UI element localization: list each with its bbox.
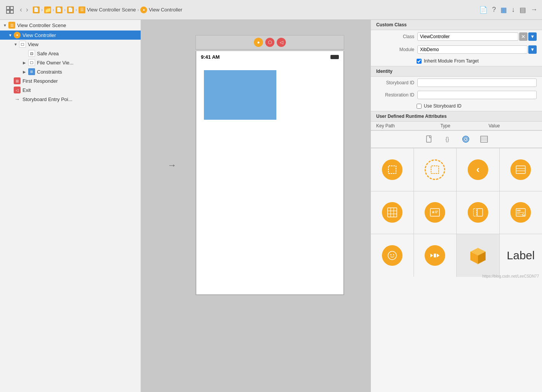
phone-content — [196, 63, 343, 127]
sidebar-item-first-responder[interactable]: ⊞ First Responder — [0, 76, 141, 85]
module-dropdown-btn[interactable]: ▼ — [528, 45, 537, 54]
obj-face-id-icon — [382, 245, 402, 266]
svg-rect-30 — [517, 213, 520, 214]
class-clear-btn[interactable]: ✕ — [519, 32, 528, 41]
identity-inspector-icon[interactable]: ▦ — [500, 6, 507, 14]
custom-class-header: Custom Class — [371, 20, 542, 30]
right-panel: Custom Class Class ✕ ▼ Module ▼ Inherit … — [370, 20, 542, 392]
obj-media-controls-icon — [425, 245, 445, 266]
breadcrumb-sep-4: › — [75, 7, 77, 13]
object-cell-table-list[interactable] — [500, 148, 542, 191]
svg-rect-28 — [517, 210, 521, 211]
object-cell-view-solid[interactable] — [371, 148, 414, 191]
first-responder-icon: ⊞ — [14, 77, 21, 84]
sidebar: ▼ ☰ View Controller Scene ▼ ● View Contr… — [0, 20, 141, 392]
canvas-content: → ● ⬡ ◁ 9:41 AM — [167, 35, 344, 295]
breadcrumb-item-folder[interactable]: 📁 — [44, 6, 51, 13]
connections-icon[interactable]: → — [531, 6, 537, 14]
obj-view-solid-icon — [382, 159, 402, 180]
forward-button[interactable]: › — [24, 5, 30, 14]
safe-area-icon: ⊡ — [28, 50, 35, 57]
vc-arrow: ▼ — [8, 33, 14, 37]
object-cell-grid[interactable] — [371, 191, 414, 234]
phone-screen: 9:41 AM — [196, 51, 344, 295]
runtime-attributes-header: User Defined Runtime Attributes — [371, 111, 542, 122]
scene-label: View Controller Scene — [17, 22, 66, 28]
breadcrumb-item-doc[interactable]: 📄 — [33, 6, 40, 13]
constraints-label: Constraints — [37, 69, 62, 75]
status-time: 9:41 AM — [201, 54, 220, 60]
sidebar-item-safe-area[interactable]: ⊡ Safe Area — [0, 49, 141, 58]
storyboard-id-input[interactable] — [417, 79, 537, 87]
svg-rect-2 — [6, 10, 10, 13]
svg-marker-22 — [431, 211, 435, 214]
use-storyboard-id-row: Use Storyboard ID — [371, 101, 542, 111]
breadcrumb-item-scene[interactable]: ☰ View Controller Scene — [79, 6, 136, 13]
sidebar-item-constraints[interactable]: ▶ ⊞ Constraints — [0, 67, 141, 76]
obj-label-text: Label — [507, 249, 535, 262]
object-library-tabs: {} — [371, 131, 542, 148]
class-dropdown-btn[interactable]: ▼ — [528, 32, 537, 41]
breadcrumb-sep-3: › — [64, 7, 66, 13]
col-type-header: Type — [440, 123, 488, 129]
svg-rect-11 — [388, 166, 396, 174]
svg-point-34 — [388, 251, 396, 260]
svg-rect-13 — [516, 166, 525, 174]
object-cell-star-card[interactable] — [414, 191, 457, 234]
module-input[interactable] — [417, 45, 528, 54]
sidebar-item-scene[interactable]: ▼ ☰ View Controller Scene — [0, 20, 141, 31]
sidebar-item-exit[interactable]: ◁ Exit — [0, 85, 141, 95]
watermark-text: https://blog.csdn.net/LeeCSDN77 — [483, 274, 539, 278]
object-cell-split-view[interactable] — [457, 191, 499, 234]
breadcrumb: 📄 › 📁 › 📄 › 📄 › ☰ View Controller Scene … — [33, 6, 182, 13]
attributes-icon[interactable]: ↓ — [512, 6, 515, 14]
breadcrumb-sep-2: › — [53, 7, 54, 13]
sidebar-item-view[interactable]: ▼ □ View — [0, 40, 141, 49]
exit-icon: ◁ — [14, 87, 21, 93]
canvas[interactable]: → ● ⬡ ◁ 9:41 AM — [141, 20, 370, 392]
class-input[interactable] — [417, 32, 518, 41]
object-cell-back-arrow[interactable]: ‹ — [457, 148, 499, 191]
tab-circle-icon[interactable] — [460, 134, 471, 145]
main-area: ▼ ☰ View Controller Scene ▼ ● View Contr… — [0, 20, 542, 392]
quick-help-icon[interactable]: ? — [492, 6, 496, 14]
blue-view-rect — [204, 70, 276, 120]
sidebar-item-file-owner-view[interactable]: ▶ □ File Owner Vie... — [0, 58, 141, 67]
object-cell-cube-3d[interactable] — [457, 234, 499, 277]
folder-icon: 📁 — [44, 6, 51, 13]
restoration-id-input[interactable] — [417, 91, 537, 99]
grid-layout-icon[interactable] — [5, 5, 15, 15]
obj-grid-icon — [382, 202, 402, 223]
size-inspector-icon[interactable]: ▤ — [520, 6, 526, 14]
use-storyboard-id-checkbox[interactable] — [417, 104, 422, 109]
svg-rect-31 — [517, 214, 522, 215]
object-cell-view-dashed[interactable] — [414, 148, 457, 191]
object-cell-detail-view[interactable] — [500, 191, 542, 234]
tab-json-icon[interactable]: {} — [442, 134, 453, 145]
breadcrumb-item-file[interactable]: 📄 — [56, 6, 63, 13]
sidebar-item-storyboard-entry[interactable]: → Storyboard Entry Poi... — [0, 95, 141, 104]
breadcrumb-item-xib[interactable]: 📄 — [67, 6, 74, 13]
object-cell-label-text[interactable]: Label — [500, 234, 542, 277]
file-owner-icon: □ — [28, 59, 35, 66]
tab-table-icon[interactable] — [479, 134, 489, 145]
breadcrumb-item-vc[interactable]: ● View Controller — [140, 6, 182, 13]
breadcrumb-sep-5: › — [137, 7, 139, 13]
toolbar: ‹ › 📄 › 📁 › 📄 › 📄 › ☰ View Controller Sc… — [0, 0, 542, 20]
sidebar-item-vc[interactable]: ▼ ● View Controller — [0, 31, 141, 40]
object-cell-media-controls[interactable] — [414, 234, 457, 277]
col-value-header: Value — [489, 123, 537, 129]
storyboard-icon: ☰ — [79, 6, 85, 13]
obj-detail-view-icon — [510, 202, 531, 223]
entry-icon: → — [14, 96, 21, 103]
svg-marker-39 — [437, 254, 439, 257]
svg-rect-24 — [435, 212, 437, 213]
object-cell-face-id[interactable] — [371, 234, 414, 277]
inherit-module-checkbox[interactable] — [417, 59, 422, 64]
xib-icon: 📄 — [67, 6, 74, 13]
tab-file-icon[interactable] — [424, 134, 435, 145]
file-inspector-icon[interactable]: 📄 — [479, 6, 487, 14]
module-row: Module ▼ — [371, 43, 542, 56]
back-button[interactable]: ‹ — [18, 5, 24, 14]
svg-rect-0 — [6, 6, 10, 10]
